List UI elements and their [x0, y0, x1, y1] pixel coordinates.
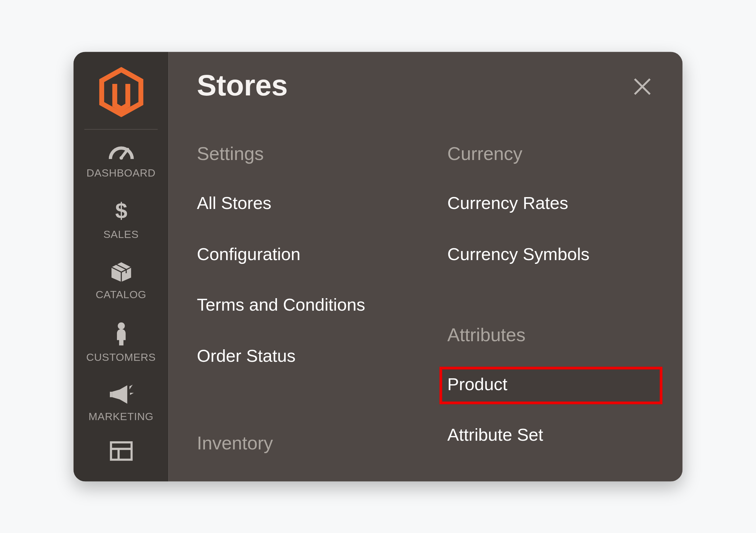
svg-marker-7	[112, 385, 127, 404]
group-heading: Currency	[447, 144, 654, 163]
menu-item-currency-rates[interactable]: Currency Rates	[447, 192, 654, 215]
close-icon	[633, 77, 652, 96]
panel-title: Stores	[197, 68, 654, 102]
close-button[interactable]	[629, 73, 656, 99]
menu-item-terms-and-conditions[interactable]: Terms and Conditions	[197, 294, 404, 317]
menu-item-currency-symbols[interactable]: Currency Symbols	[447, 243, 654, 266]
panel-column-left: Settings All Stores Configuration Terms …	[197, 144, 404, 452]
sidebar-item-content[interactable]	[73, 434, 168, 477]
sidebar-item-label: CUSTOMERS	[86, 351, 156, 363]
sidebar-item-customers[interactable]: CUSTOMERS	[73, 311, 168, 374]
menu-item-all-stores[interactable]: All Stores	[197, 192, 404, 215]
menu-item-product-highlight: Product	[439, 367, 662, 404]
sidebar-divider	[84, 129, 157, 129]
sidebar-item-catalog[interactable]: CATALOG	[73, 252, 168, 312]
menu-item-order-status[interactable]: Order Status	[197, 345, 404, 367]
box-icon	[75, 261, 166, 285]
sidebar-item-marketing[interactable]: MARKETING	[73, 374, 168, 434]
magento-logo-icon	[99, 67, 144, 117]
gauge-icon	[75, 143, 166, 163]
megaphone-icon	[75, 384, 166, 407]
svg-marker-10	[130, 393, 133, 395]
sidebar-item-dashboard[interactable]: DASHBOARD	[73, 133, 168, 190]
sidebar-item-sales[interactable]: $ SALES	[73, 190, 168, 252]
sidebar-item-label: SALES	[103, 228, 139, 240]
group-heading: Settings	[197, 144, 404, 163]
sidebar-item-label: DASHBOARD	[86, 167, 156, 178]
dollar-icon: $	[75, 200, 166, 225]
group-currency: Currency Currency Rates Currency Symbols	[447, 144, 654, 265]
group-settings: Settings All Stores Configuration Terms …	[197, 144, 404, 367]
panel-column-right: Currency Currency Rates Currency Symbols…	[447, 144, 654, 452]
menu-item-attribute-set[interactable]: Attribute Set	[447, 423, 654, 446]
menu-item-configuration[interactable]: Configuration	[197, 243, 404, 266]
group-heading: Attributes	[447, 325, 654, 344]
svg-text:$: $	[115, 200, 127, 222]
stores-flyout-panel: Stores Settings All Stores Configuration…	[169, 52, 683, 482]
sidebar-item-label: CATALOG	[96, 288, 146, 300]
logo[interactable]	[73, 52, 168, 129]
svg-rect-8	[109, 392, 112, 397]
group-attributes: Attributes Product Attribute Set	[447, 325, 654, 446]
layout-icon	[75, 441, 166, 463]
group-inventory: Inventory	[197, 434, 404, 452]
menu-item-product[interactable]: Product	[447, 373, 654, 396]
sidebar-item-label: MARKETING	[89, 410, 153, 422]
svg-line-1	[121, 149, 127, 158]
group-heading: Inventory	[197, 434, 404, 452]
svg-point-6	[118, 322, 125, 329]
svg-marker-9	[129, 385, 132, 389]
person-icon	[75, 322, 166, 348]
svg-rect-11	[111, 442, 131, 460]
admin-sidebar: DASHBOARD $ SALES	[73, 52, 168, 482]
